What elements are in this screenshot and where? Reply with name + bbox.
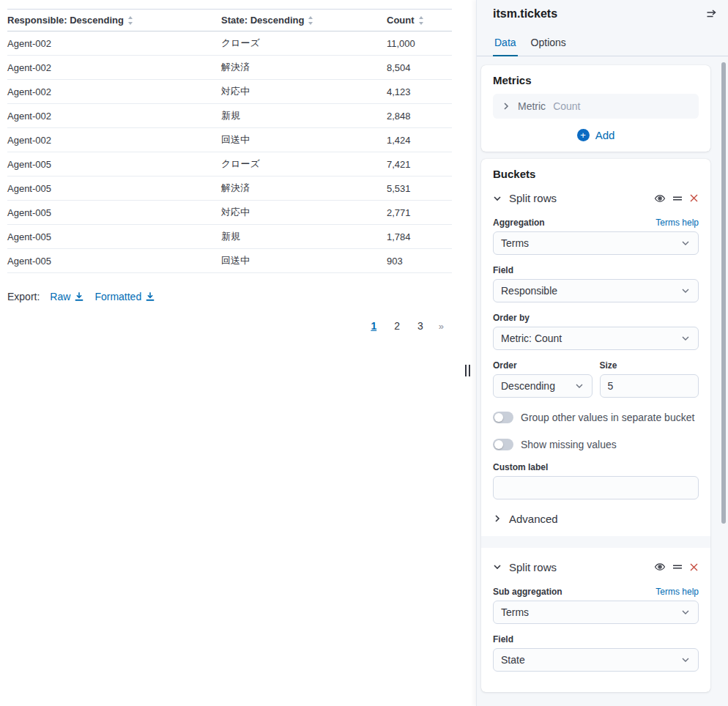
order-by-select[interactable]: Metric: Count bbox=[493, 327, 699, 350]
drag-handle-icon[interactable] bbox=[672, 195, 683, 202]
cell-count: 5,531 bbox=[387, 176, 452, 201]
toggle-visibility-icon[interactable] bbox=[654, 561, 666, 573]
table-header-row: Responsible: Descending State: Descendin… bbox=[7, 10, 452, 31]
export-formatted-link[interactable]: Formatted bbox=[94, 291, 155, 302]
cell-responsible: Agent-002 bbox=[7, 104, 221, 128]
column-header-label: Responsible: Descending bbox=[7, 15, 124, 26]
aggregation-select[interactable]: Terms bbox=[493, 231, 699, 255]
metrics-card: Metrics Metric Count + Add bbox=[481, 65, 710, 152]
cell-state: 対応中 bbox=[221, 80, 387, 104]
column-header-label: Count bbox=[387, 15, 415, 26]
table-row: Agent-005 解決済 5,531 bbox=[7, 176, 452, 201]
cell-count: 7,421 bbox=[387, 152, 452, 176]
cell-responsible: Agent-002 bbox=[7, 128, 221, 152]
cell-responsible: Agent-005 bbox=[7, 225, 221, 249]
collapse-panel-icon[interactable] bbox=[706, 9, 718, 23]
plus-circle-icon: + bbox=[577, 129, 590, 141]
tab-options[interactable]: Options bbox=[530, 34, 568, 56]
sort-icon[interactable] bbox=[417, 16, 425, 25]
index-pattern-title: itsm.tickets bbox=[493, 7, 557, 21]
toggle-visibility-icon[interactable] bbox=[654, 193, 666, 204]
add-metric-button[interactable]: + Add bbox=[493, 129, 699, 141]
aggregation-label: Aggregation bbox=[493, 218, 545, 228]
cell-responsible: Agent-005 bbox=[7, 249, 221, 273]
chevron-down-icon bbox=[574, 381, 584, 391]
split-rows-accordion-2[interactable]: Split rows bbox=[493, 557, 699, 576]
remove-bucket-icon[interactable] bbox=[689, 562, 699, 572]
page-button-1[interactable]: 1 bbox=[365, 319, 382, 333]
visualization-preview: Responsible: Descending State: Descendin… bbox=[0, 0, 476, 706]
table-row: Agent-005 クローズ 7,421 bbox=[7, 152, 452, 176]
cell-count: 1,784 bbox=[387, 225, 452, 249]
remove-bucket-icon[interactable] bbox=[689, 193, 699, 203]
order-select[interactable]: Descending bbox=[493, 374, 593, 398]
cell-count: 2,771 bbox=[387, 201, 452, 225]
next-page-button[interactable]: » bbox=[436, 319, 447, 333]
split-rows-label: Split rows bbox=[509, 561, 647, 573]
visualization-editor-panel: itsm.tickets Data Options Metrics Metric… bbox=[476, 0, 728, 706]
table-row: Agent-005 回送中 903 bbox=[7, 249, 452, 273]
column-header-responsible[interactable]: Responsible: Descending bbox=[7, 10, 221, 31]
table-row: Agent-002 回送中 1,424 bbox=[7, 128, 452, 152]
advanced-accordion[interactable]: Advanced bbox=[493, 513, 699, 527]
metric-label: Metric bbox=[518, 100, 546, 112]
chevron-down-icon bbox=[680, 238, 691, 248]
table-row: Agent-002 対応中 4,123 bbox=[7, 80, 452, 104]
group-other-toggle[interactable]: Group other values in separate bucket bbox=[493, 411, 699, 425]
metric-accordion[interactable]: Metric Count bbox=[493, 94, 699, 119]
terms-help-link[interactable]: Terms help bbox=[655, 587, 699, 597]
column-header-label: State: Descending bbox=[221, 15, 304, 26]
cell-responsible: Agent-005 bbox=[7, 152, 221, 176]
show-missing-toggle[interactable]: Show missing values bbox=[493, 438, 699, 452]
buckets-card: Buckets Split rows Aggregation bbox=[481, 159, 710, 692]
field-select[interactable]: Responsible bbox=[493, 279, 699, 302]
show-missing-label: Show missing values bbox=[521, 438, 617, 452]
terms-help-link[interactable]: Terms help bbox=[655, 218, 699, 228]
scrollbar[interactable] bbox=[721, 62, 726, 524]
cell-responsible: Agent-002 bbox=[7, 56, 221, 80]
split-rows-accordion-1[interactable]: Split rows bbox=[493, 187, 699, 207]
panel-resize-handle[interactable] bbox=[465, 365, 470, 376]
column-header-state[interactable]: State: Descending bbox=[221, 10, 387, 31]
table-row: Agent-002 新規 2,848 bbox=[7, 104, 452, 128]
cell-state: 新規 bbox=[221, 104, 387, 128]
cell-count: 4,123 bbox=[387, 80, 452, 104]
order-by-label: Order by bbox=[493, 313, 530, 323]
advanced-label: Advanced bbox=[509, 513, 558, 525]
page-button-2[interactable]: 2 bbox=[389, 319, 405, 333]
sub-aggregation-label: Sub aggregation bbox=[493, 587, 562, 597]
cell-state: クローズ bbox=[221, 31, 387, 56]
cell-responsible: Agent-005 bbox=[7, 176, 221, 201]
panel-header: itsm.tickets bbox=[477, 0, 728, 23]
tab-data[interactable]: Data bbox=[493, 34, 518, 56]
column-header-count[interactable]: Count bbox=[387, 10, 452, 31]
cell-state: 新規 bbox=[221, 225, 387, 249]
cell-responsible: Agent-005 bbox=[7, 201, 221, 225]
sort-icon[interactable] bbox=[127, 16, 134, 25]
download-icon bbox=[74, 291, 84, 302]
cell-state: 回送中 bbox=[221, 128, 387, 152]
chevron-down-icon bbox=[680, 655, 691, 665]
chevron-down-icon bbox=[680, 333, 691, 343]
field-label: Field bbox=[493, 265, 513, 275]
custom-label-input[interactable] bbox=[493, 476, 699, 499]
cell-count: 1,424 bbox=[387, 128, 452, 152]
toggle-switch-off[interactable] bbox=[493, 412, 513, 423]
page-button-3[interactable]: 3 bbox=[412, 319, 428, 333]
drag-handle-icon[interactable] bbox=[672, 563, 683, 571]
field-select[interactable]: State bbox=[493, 648, 699, 672]
toggle-switch-off[interactable] bbox=[493, 439, 513, 450]
table-row: Agent-002 クローズ 11,000 bbox=[7, 31, 452, 56]
chevron-right-icon bbox=[502, 102, 510, 111]
size-input[interactable] bbox=[600, 374, 699, 398]
chevron-down-icon bbox=[493, 562, 502, 571]
table-row: Agent-002 解決済 8,504 bbox=[7, 56, 452, 80]
download-icon bbox=[145, 291, 155, 302]
sort-icon[interactable] bbox=[307, 16, 314, 25]
export-label: Export: bbox=[7, 291, 40, 302]
editor-scroll-area: Metrics Metric Count + Add Buckets bbox=[477, 56, 728, 692]
export-raw-link[interactable]: Raw bbox=[50, 291, 84, 302]
sub-aggregation-select[interactable]: Terms bbox=[493, 601, 699, 624]
pagination: 1 2 3 » bbox=[0, 319, 447, 333]
size-label: Size bbox=[600, 360, 617, 371]
